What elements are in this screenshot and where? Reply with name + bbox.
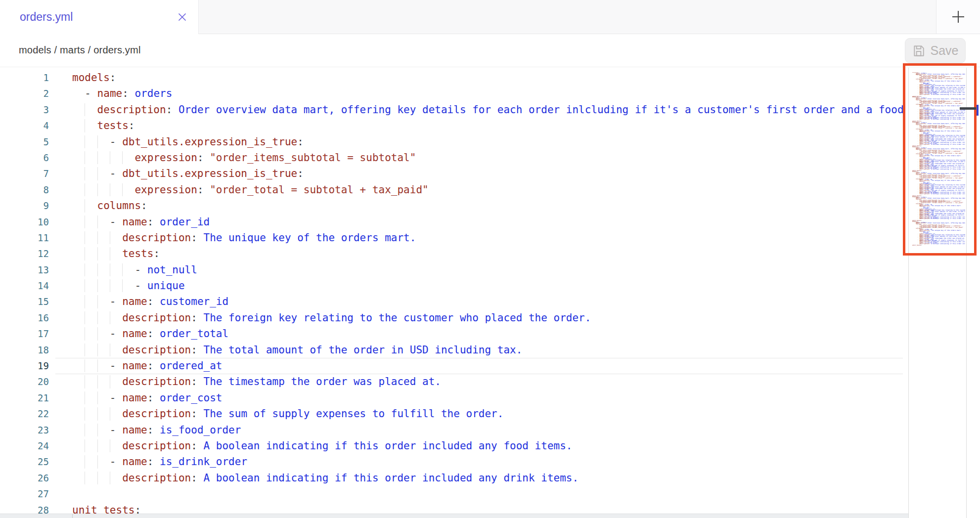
- line-number: 7: [0, 166, 49, 181]
- code-line[interactable]: 11 description: The unique key of the or…: [0, 230, 980, 246]
- active-line-bottom-border: [55, 374, 903, 374]
- close-icon[interactable]: [177, 12, 187, 23]
- line-number: 4: [0, 118, 49, 133]
- line-number: 10: [0, 214, 49, 230]
- minimap[interactable]: models: - name: orders description: Orde…: [908, 68, 967, 518]
- line-number: 6: [0, 150, 49, 166]
- code-line[interactable]: 2 - name: orders: [0, 86, 980, 101]
- code-line[interactable]: 24 description: A boolean indicating if …: [0, 438, 980, 454]
- code-line[interactable]: 19 - name: ordered_at: [0, 358, 980, 374]
- code-line[interactable]: 1models:: [0, 70, 980, 86]
- plus-icon[interactable]: [948, 7, 968, 27]
- code-line[interactable]: 9 columns:: [0, 198, 980, 214]
- code-line[interactable]: 5 - dbt_utils.expression_is_true:: [0, 134, 980, 150]
- line-number: 9: [0, 198, 49, 214]
- code-line[interactable]: 26 description: A boolean indicating if …: [0, 470, 980, 486]
- line-number: 22: [0, 406, 49, 422]
- tab-label: orders.yml: [20, 10, 171, 24]
- line-number: 11: [0, 230, 49, 246]
- line-number: 25: [0, 454, 49, 470]
- minimap-content: models: - name: orders description: Orde…: [912, 72, 965, 516]
- line-number: 27: [0, 486, 49, 502]
- code-line[interactable]: 27: [0, 486, 980, 502]
- save-button-label: Save: [931, 43, 959, 58]
- code-line[interactable]: 20 description: The timestamp the order …: [0, 374, 980, 389]
- code-line[interactable]: 6 expression: "order_items_subtotal = su…: [0, 150, 980, 166]
- scrollbar-divider: [72, 514, 73, 518]
- code-line[interactable]: 25 - name: is_drink_order: [0, 454, 980, 470]
- code-line[interactable]: 7 - dbt_utils.expression_is_true:: [0, 166, 980, 181]
- code-line[interactable]: 10 - name: order_id: [0, 214, 980, 230]
- breadcrumb: models / marts / orders.yml: [19, 44, 141, 56]
- scroll-position-dash: [960, 107, 976, 110]
- code-line[interactable]: 12 tests:: [0, 246, 980, 261]
- tab-orders-yml[interactable]: orders.yml: [0, 0, 199, 34]
- ide-window: orders.yml models / marts / orders.yml: [0, 0, 980, 518]
- code-line[interactable]: 4 tests:: [0, 118, 980, 133]
- code-editor[interactable]: 1models:2 - name: orders3 description: O…: [0, 67, 980, 518]
- line-number: 17: [0, 326, 49, 342]
- line-number: 23: [0, 422, 49, 438]
- code-line[interactable]: 3 description: Order overview data mart,…: [0, 102, 980, 118]
- line-number: 18: [0, 342, 49, 358]
- line-number: 2: [0, 86, 49, 101]
- line-number: 26: [0, 470, 49, 486]
- code-line[interactable]: 16 description: The foreign key relating…: [0, 310, 980, 326]
- toolbar: models / marts / orders.yml Save: [0, 34, 980, 67]
- code-line[interactable]: 21 - name: order_cost: [0, 390, 980, 406]
- code-lines: 1models:2 - name: orders3 description: O…: [0, 70, 980, 518]
- code-line[interactable]: 15 - name: customer_id: [0, 294, 980, 309]
- floppy-disk-icon: [912, 44, 925, 57]
- code-line[interactable]: 23 - name: is_food_order: [0, 422, 980, 438]
- line-number: 8: [0, 182, 49, 198]
- horizontal-scrollbar[interactable]: [0, 514, 908, 518]
- save-button[interactable]: Save: [905, 38, 966, 63]
- line-number: 21: [0, 390, 49, 406]
- active-line-top-border: [55, 358, 903, 358]
- scroll-cursor-marker: [977, 105, 979, 116]
- line-number: 1: [0, 70, 49, 86]
- line-number: 19: [0, 358, 49, 374]
- line-number: 13: [0, 262, 49, 278]
- code-line[interactable]: 13 - not_null: [0, 262, 980, 278]
- line-number: 20: [0, 374, 49, 389]
- code-line[interactable]: 17 - name: order_total: [0, 326, 980, 342]
- code-line[interactable]: 14 - unique: [0, 278, 980, 294]
- line-number: 12: [0, 246, 49, 261]
- code-line[interactable]: 22 description: The sum of supply expens…: [0, 406, 980, 422]
- line-number: 5: [0, 134, 49, 150]
- tab-bar-right-zone: [936, 0, 980, 34]
- line-number: 16: [0, 310, 49, 326]
- code-line[interactable]: 18 description: The total amount of the …: [0, 342, 980, 358]
- line-number: 3: [0, 102, 49, 118]
- line-number: 14: [0, 278, 49, 294]
- line-number: 15: [0, 294, 49, 309]
- line-number: 24: [0, 438, 49, 454]
- tab-bar: orders.yml: [0, 0, 980, 34]
- code-line[interactable]: 8 expression: "order_total = subtotal + …: [0, 182, 980, 198]
